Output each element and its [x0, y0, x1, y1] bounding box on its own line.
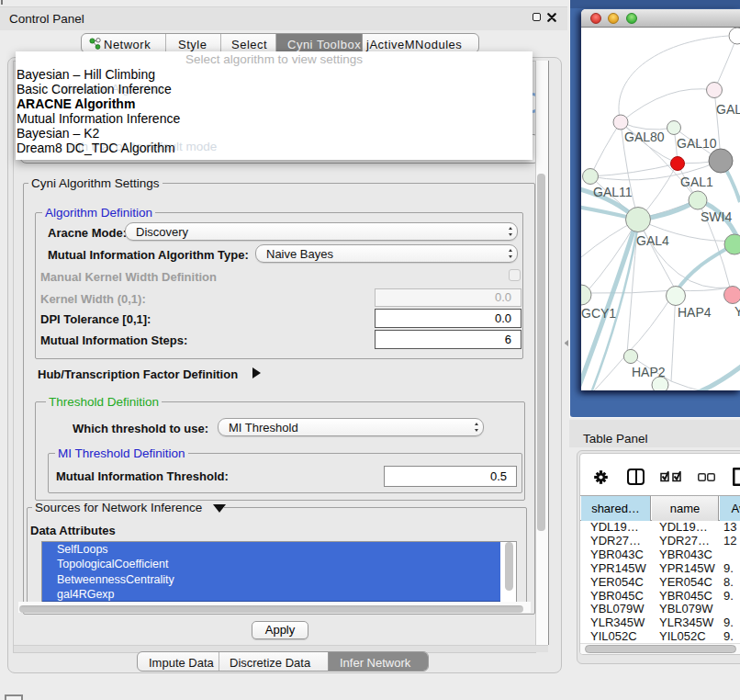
svg-text:GAL1: GAL1: [680, 175, 713, 189]
svg-text:GAL80: GAL80: [624, 130, 665, 144]
svg-text:SWI4: SWI4: [701, 209, 732, 224]
svg-text:YE: YE: [734, 304, 740, 319]
svg-text:HAP4: HAP4: [678, 305, 712, 320]
svg-text:GAL4: GAL4: [636, 233, 669, 248]
svg-text:HAP2: HAP2: [632, 365, 666, 379]
svg-text:GAL10: GAL10: [677, 136, 717, 151]
svg-text:GAL7: GAL7: [716, 102, 740, 117]
svg-text:GCY1: GCY1: [581, 306, 616, 321]
svg-text:GAL11: GAL11: [593, 185, 633, 199]
